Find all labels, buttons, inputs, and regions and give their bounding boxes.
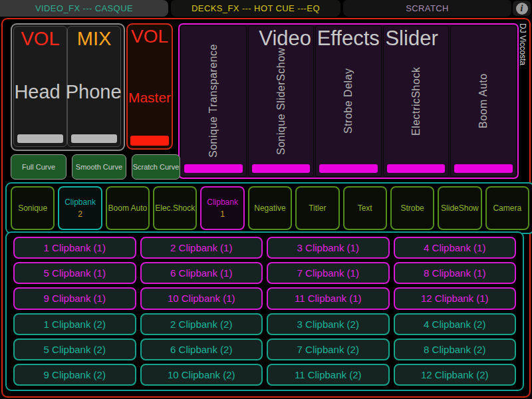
slider-label: Boom Auto <box>451 26 516 176</box>
clipbank-button[interactable]: 5 Clipbank (1) <box>13 262 136 284</box>
effect-button-label: SlideShow <box>441 202 479 214</box>
clipbank-button[interactable]: 7 Clipbank (1) <box>267 262 390 284</box>
effect-button-label: Text <box>358 202 372 214</box>
info-button[interactable]: i <box>513 1 531 16</box>
vol-label: VOL <box>14 28 66 50</box>
tab-video-fx-casque[interactable]: VIDEO_FX --- CASQUE <box>0 0 168 17</box>
clipbank-button[interactable]: 6 Clipbank (1) <box>140 262 263 284</box>
tab-decks-fx-hot-cue-eq[interactable]: DECKS_FX --- HOT CUE ---EQ <box>171 0 340 17</box>
clipbank-button[interactable]: 4 Clipbank (2) <box>394 313 517 335</box>
clipbank-button[interactable]: 10 Clipbank (1) <box>140 287 263 309</box>
curve-button-scratch-curve[interactable]: Scratch Curve <box>132 154 180 180</box>
tab-bar: VIDEO_FX --- CASQUE DECKS_FX --- HOT CUE… <box>0 0 532 17</box>
clipbank-button[interactable]: 12 Clipbank (1) <box>394 287 517 309</box>
watermark-dj-name: DJ Viccosta <box>518 23 527 65</box>
clipbank-button[interactable]: 1 Clipbank (1) <box>13 237 136 259</box>
effect-button-boom-auto[interactable]: Boom Auto <box>106 186 150 230</box>
curve-button-full-curve[interactable]: Full Curve <box>11 154 66 180</box>
slider-label: Strobe Delay <box>316 26 381 176</box>
clipbank-button[interactable]: 11 Clipbank (1) <box>267 287 390 309</box>
slider-handle[interactable] <box>454 164 513 173</box>
effect-button-titler[interactable]: Titler <box>295 186 339 230</box>
video-effect-slider[interactable]: Sonique SliderSchow <box>248 25 315 177</box>
clipbank-button[interactable]: 12 Clipbank (2) <box>394 364 517 386</box>
video-effect-slider[interactable]: ElectricShock <box>383 25 450 177</box>
slider-handle[interactable] <box>252 164 311 173</box>
clipbank-button[interactable]: 3 Clipbank (1) <box>267 237 390 259</box>
effect-button-strobe[interactable]: Strobe <box>390 186 434 230</box>
slider-handle[interactable] <box>184 164 243 173</box>
headphone-vol-fader[interactable]: VOL <box>13 26 67 147</box>
clipbank-button[interactable]: 11 Clipbank (2) <box>267 364 390 386</box>
master-vol-label: VOL <box>128 26 172 47</box>
effect-button-label: Sonique <box>18 202 47 214</box>
effect-button-elec-shock[interactable]: Elec.Shock <box>153 186 197 230</box>
clipbank-button[interactable]: 6 Clipbank (2) <box>140 338 263 360</box>
app-screen: VIDEO_FX --- CASQUE DECKS_FX --- HOT CUE… <box>0 0 532 399</box>
slider-label: ElectricShock <box>384 26 449 176</box>
tab-label: DECKS_FX --- HOT CUE ---EQ <box>192 3 320 13</box>
effect-button-label: Negative <box>254 202 285 214</box>
tab-label: SCRATCH <box>406 3 449 13</box>
effect-button-sub-label: 1 <box>220 208 225 220</box>
clipbank-grid: 1 Clipbank (1)2 Clipbank (1)3 Clipbank (… <box>5 231 524 391</box>
effect-button-negative[interactable]: Negative <box>248 186 292 230</box>
effect-button-label: Camera <box>493 202 521 214</box>
master-caption: Master <box>128 90 172 106</box>
mix-label: MIX <box>68 28 120 50</box>
effect-button-clipbank1[interactable]: Clipbank1 <box>200 186 244 230</box>
effect-button-slideshow[interactable]: SlideShow <box>438 186 481 230</box>
fader-handle[interactable] <box>130 136 169 146</box>
effect-button-label: Clipbank <box>65 196 96 208</box>
clipbank-button[interactable]: 9 Clipbank (1) <box>13 287 136 309</box>
fader-handle[interactable] <box>71 134 117 143</box>
clipbank-button[interactable]: 9 Clipbank (2) <box>13 364 136 386</box>
effect-button-label: Clipbank <box>207 196 238 208</box>
slider-handle[interactable] <box>387 164 446 173</box>
effect-button-clipbank2[interactable]: Clipbank2 <box>58 186 102 230</box>
video-effect-slider[interactable]: Sonique Transparence <box>180 25 247 177</box>
clipbank-button[interactable]: 10 Clipbank (2) <box>140 364 263 386</box>
video-effect-sliders: Sonique TransparenceSonique SliderSchowS… <box>180 25 517 178</box>
effect-button-camera[interactable]: Camera <box>485 186 529 230</box>
curve-buttons-row: Full CurveSmooth CurveScratch Curve <box>11 154 180 180</box>
clipbank-button[interactable]: 8 Clipbank (2) <box>394 338 517 360</box>
clipbank-button[interactable]: 1 Clipbank (2) <box>13 313 136 335</box>
main-panel: VOL MIX Head Phone VOL Master Sonique Tr… <box>1 18 531 398</box>
effect-button-label: Elec.Shock <box>155 202 195 214</box>
effect-button-sub-label: 2 <box>78 208 82 220</box>
clipbank-button[interactable]: 7 Clipbank (2) <box>267 338 390 360</box>
clipbank-button[interactable]: 2 Clipbank (1) <box>140 237 263 259</box>
effect-button-sonique[interactable]: Sonique <box>11 186 55 230</box>
slider-handle[interactable] <box>319 164 378 173</box>
headphone-mix-fader[interactable]: MIX <box>67 26 121 147</box>
tab-label: VIDEO_FX --- CASQUE <box>35 3 133 13</box>
video-effect-slider[interactable]: Strobe Delay <box>315 25 382 177</box>
clipbank-button[interactable]: 5 Clipbank (2) <box>13 338 136 360</box>
effect-button-label: Titler <box>309 202 326 214</box>
effect-button-label: Boom Auto <box>108 202 148 214</box>
clipbank-button[interactable]: 4 Clipbank (1) <box>394 237 517 259</box>
tab-scratch[interactable]: SCRATCH <box>343 0 511 17</box>
slider-label: Sonique Transparence <box>181 26 246 176</box>
master-volume-fader[interactable]: VOL Master <box>126 23 173 150</box>
fader-handle[interactable] <box>17 134 63 143</box>
video-effects-panel: Sonique TransparenceSonique SliderSchowS… <box>178 23 519 179</box>
clipbank-button[interactable]: 2 Clipbank (2) <box>140 313 263 335</box>
slider-label: Sonique SliderSchow <box>249 26 314 176</box>
info-icon: i <box>516 3 528 15</box>
headphone-mixer-group: VOL MIX Head Phone <box>11 23 125 151</box>
effect-button-label: Strobe <box>400 202 424 214</box>
curve-button-smooth-curve[interactable]: Smooth Curve <box>72 154 126 180</box>
video-effect-slider[interactable]: Boom Auto <box>450 25 517 177</box>
effect-buttons-row: SoniqueClipbank2Boom AutoElec.ShockClipb… <box>5 182 532 234</box>
clipbank-button[interactable]: 8 Clipbank (1) <box>394 262 517 284</box>
clipbank-button[interactable]: 3 Clipbank (2) <box>267 313 390 335</box>
effect-button-text[interactable]: Text <box>343 186 387 230</box>
